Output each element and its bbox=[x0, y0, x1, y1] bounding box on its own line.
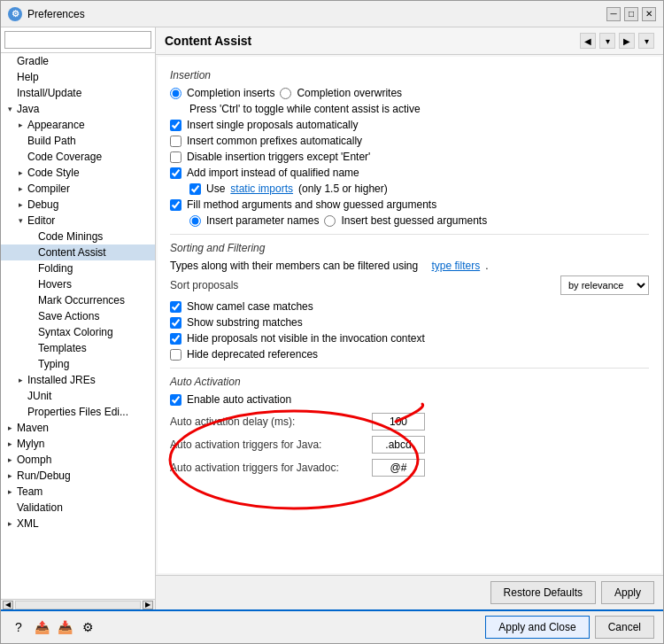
sidebar-item-mylyn[interactable]: ▸Mylyn bbox=[1, 436, 155, 452]
main-panel: Content Assist ◀ ▾ ▶ ▾ Insertion Complet… bbox=[156, 27, 663, 609]
static-imports-checkbox[interactable] bbox=[189, 183, 201, 195]
sidebar-item-folding[interactable]: Folding bbox=[1, 260, 155, 276]
show-camel-checkbox[interactable] bbox=[170, 301, 181, 313]
completion-inserts-radio[interactable] bbox=[170, 88, 181, 99]
sidebar-item-code-coverage[interactable]: Code Coverage bbox=[1, 149, 155, 165]
apply-close-button[interactable]: Apply and Close bbox=[485, 616, 589, 639]
tree-arrow-oomph: ▸ bbox=[4, 454, 15, 465]
type-filters-link[interactable]: type filters bbox=[432, 260, 481, 272]
sidebar-item-help[interactable]: Help bbox=[1, 69, 155, 85]
sidebar-item-validation[interactable]: Validation bbox=[1, 500, 155, 516]
sidebar-search-input[interactable] bbox=[4, 31, 151, 49]
divider-2 bbox=[170, 368, 649, 369]
java-triggers-input[interactable] bbox=[372, 436, 425, 454]
sidebar-item-code-minings[interactable]: Code Minings bbox=[1, 229, 155, 244]
nav-forward-btn[interactable]: ▶ bbox=[619, 33, 635, 49]
sidebar-item-hovers[interactable]: Hovers bbox=[1, 276, 155, 292]
sidebar-label-debug: Debug bbox=[27, 198, 58, 211]
nav-back-btn[interactable]: ◀ bbox=[580, 33, 596, 49]
export-icon-btn[interactable]: 📤 bbox=[33, 618, 50, 636]
scroll-left-btn[interactable]: ◀ bbox=[3, 601, 13, 609]
tree-arrow-mylyn: ▸ bbox=[4, 438, 15, 449]
hide-deprecated-checkbox[interactable] bbox=[170, 349, 181, 361]
fill-method-checkbox[interactable] bbox=[170, 199, 181, 211]
sort-proposals-select[interactable]: by relevance alphabetically bbox=[560, 275, 649, 295]
static-imports-link[interactable]: static imports bbox=[230, 182, 293, 195]
panel-content: Insertion Completion inserts Completion … bbox=[158, 57, 661, 573]
close-button[interactable]: ✕ bbox=[642, 7, 656, 21]
insert-single-checkbox[interactable] bbox=[170, 120, 181, 131]
sidebar-item-mark-occurrences[interactable]: Mark Occurrences bbox=[1, 292, 155, 308]
sidebar: GradleHelpInstall/Update▾Java▸Appearance… bbox=[1, 27, 156, 609]
scroll-track[interactable] bbox=[15, 601, 141, 609]
sidebar-label-editor: Editor bbox=[27, 214, 55, 227]
insert-single-label: Insert single proposals automatically bbox=[187, 119, 358, 131]
sidebar-label-mylyn: Mylyn bbox=[17, 438, 44, 450]
sidebar-item-debug[interactable]: ▸Debug bbox=[1, 197, 155, 213]
show-substring-row: Show substring matches bbox=[170, 316, 649, 329]
sidebar-item-save-actions[interactable]: Save Actions bbox=[1, 308, 155, 324]
sidebar-scrollbar: ◀ ▶ bbox=[1, 599, 155, 609]
disable-triggers-checkbox[interactable] bbox=[170, 151, 181, 163]
sidebar-item-syntax-coloring[interactable]: Syntax Coloring bbox=[1, 324, 155, 340]
sidebar-label-xml: XML bbox=[17, 517, 39, 530]
sidebar-item-install-update[interactable]: Install/Update bbox=[1, 85, 155, 101]
sidebar-item-typing[interactable]: Typing bbox=[1, 356, 155, 372]
sidebar-item-appearance[interactable]: ▸Appearance bbox=[1, 117, 155, 133]
sidebar-item-oomph[interactable]: ▸Oomph bbox=[1, 452, 155, 468]
sidebar-item-code-style[interactable]: ▸Code Style bbox=[1, 165, 155, 181]
import-icon-btn[interactable]: 📥 bbox=[56, 618, 73, 636]
sidebar-item-maven[interactable]: ▸Maven bbox=[1, 420, 155, 436]
sidebar-item-java[interactable]: ▾Java bbox=[1, 101, 155, 117]
hide-proposals-checkbox[interactable] bbox=[170, 333, 181, 345]
sidebar-item-gradle[interactable]: Gradle bbox=[1, 53, 155, 69]
sidebar-item-build-path[interactable]: Build Path bbox=[1, 133, 155, 149]
maximize-button[interactable]: □ bbox=[624, 7, 638, 21]
completion-overwrites-radio[interactable] bbox=[280, 88, 291, 99]
sidebar-label-typing: Typing bbox=[38, 358, 69, 370]
nav-dropdown-btn[interactable]: ▾ bbox=[599, 33, 615, 49]
scroll-right-btn[interactable]: ▶ bbox=[143, 601, 153, 609]
help-icon-btn[interactable]: ? bbox=[10, 618, 27, 636]
sidebar-item-team[interactable]: ▸Team bbox=[1, 484, 155, 500]
sidebar-label-syntax-coloring: Syntax Coloring bbox=[38, 326, 113, 338]
sidebar-label-junit: JUnit bbox=[27, 390, 51, 402]
sidebar-item-xml[interactable]: ▸XML bbox=[1, 516, 155, 531]
insertion-section-label: Insertion bbox=[170, 69, 649, 81]
auto-activation-label: Auto Activation bbox=[170, 376, 649, 388]
minimize-button[interactable]: ─ bbox=[606, 7, 621, 21]
add-import-row: Add import instead of qualified name bbox=[170, 167, 649, 179]
title-bar: ⚙ Preferences ─ □ ✕ bbox=[1, 1, 663, 27]
insert-best-guessed-radio[interactable] bbox=[324, 215, 336, 227]
sidebar-item-junit[interactable]: JUnit bbox=[1, 388, 155, 404]
disable-triggers-row: Disable insertion triggers except 'Enter… bbox=[170, 151, 649, 163]
insert-param-names-radio[interactable] bbox=[189, 215, 201, 227]
delay-input[interactable] bbox=[372, 413, 425, 431]
sidebar-item-installed-jres[interactable]: ▸Installed JREs bbox=[1, 372, 155, 388]
show-substring-checkbox[interactable] bbox=[170, 317, 181, 329]
sidebar-label-content-assist: Content Assist bbox=[38, 246, 106, 259]
restore-defaults-button[interactable]: Restore Defaults bbox=[490, 581, 596, 604]
sidebar-item-run-debug[interactable]: ▸Run/Debug bbox=[1, 468, 155, 484]
javadoc-triggers-input[interactable] bbox=[372, 459, 425, 477]
settings-icon-btn[interactable]: ⚙ bbox=[79, 618, 97, 636]
add-import-checkbox[interactable] bbox=[170, 167, 181, 179]
type-filters-prefix: Types along with their members can be fi… bbox=[170, 260, 418, 272]
sidebar-item-compiler[interactable]: ▸Compiler bbox=[1, 181, 155, 197]
cancel-button[interactable]: Cancel bbox=[595, 616, 654, 639]
sort-proposals-label: Sort proposals bbox=[170, 279, 553, 291]
sidebar-item-templates[interactable]: Templates bbox=[1, 340, 155, 356]
sidebar-label-build-path: Build Path bbox=[27, 135, 76, 147]
sidebar-label-folding: Folding bbox=[38, 262, 73, 275]
insert-common-checkbox[interactable] bbox=[170, 136, 181, 147]
sidebar-label-properties-files-editor: Properties Files Edi... bbox=[27, 406, 128, 418]
enable-auto-checkbox[interactable] bbox=[170, 394, 181, 406]
sidebar-item-content-assist[interactable]: Content Assist bbox=[1, 244, 155, 260]
java-triggers-row: Auto activation triggers for Java: bbox=[170, 436, 425, 454]
sidebar-item-properties-files-editor[interactable]: Properties Files Edi... bbox=[1, 404, 155, 420]
panel-header: Content Assist ◀ ▾ ▶ ▾ bbox=[156, 27, 663, 55]
apply-button[interactable]: Apply bbox=[601, 581, 654, 604]
nav-forward-dropdown-btn[interactable]: ▾ bbox=[638, 33, 654, 49]
sidebar-item-editor[interactable]: ▾Editor bbox=[1, 213, 155, 229]
title-bar-left: ⚙ Preferences bbox=[8, 7, 85, 21]
